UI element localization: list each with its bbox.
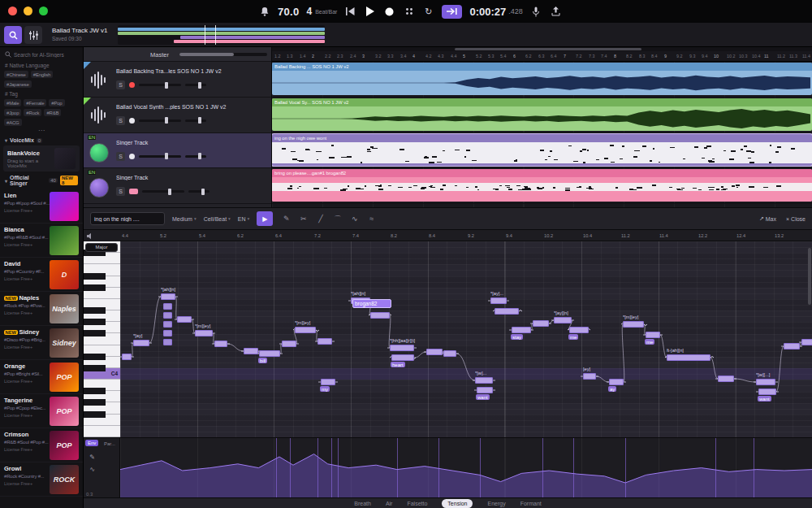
language-dropdown[interactable]: EN ▾ [238,216,250,222]
project-overview-minimap[interactable] [118,25,325,45]
master-volume-slider[interactable] [179,53,267,56]
clip-3[interactable]: ing on the nigh owe wont [272,134,812,167]
params-tab[interactable]: Par... [104,441,115,446]
env-tab[interactable]: Env [85,440,98,446]
metronome-bell-icon[interactable] [258,4,270,19]
piano-key-black[interactable] [84,365,106,371]
time-signature-value[interactable]: 4 [307,6,313,17]
midi-note[interactable] [667,354,710,361]
solo-button[interactable]: S [116,187,125,196]
midi-note[interactable] [161,293,175,300]
skip-back-button[interactable] [344,4,356,19]
voicemix-section-header[interactable]: ▾ VoiceMix 0 [0,134,83,145]
note-lyric-box[interactable]: stay [511,334,523,340]
track-slider[interactable] [139,84,181,86]
search-input[interactable] [14,52,80,58]
midi-note[interactable] [718,376,734,382]
midi-note[interactable] [122,354,132,360]
midi-note[interactable] [495,308,519,315]
midi-note[interactable] [391,354,414,361]
clip-4[interactable]: bring on please....gan#1 brogan82 [272,169,812,202]
singer-card[interactable]: Lien#Pop #Kpop #Soul #...License Free+ [0,189,83,224]
midi-note[interactable] [801,339,812,345]
follow-playhead-button[interactable] [442,5,462,19]
timeline-ruler[interactable]: 1.21.31.422.22.32.433.23.33.444.24.34.45… [272,51,812,62]
slider-thumb[interactable] [198,117,201,124]
midi-note[interactable] [390,345,414,351]
tension-curve-canvas[interactable] [120,438,812,498]
midi-note[interactable] [443,350,456,357]
track-slider[interactable] [185,155,206,158]
midi-note[interactable] [295,327,316,333]
midi-note[interactable] [370,312,390,319]
midi-note[interactable] [609,379,624,385]
tag-filter-chip[interactable]: #Female [24,99,46,106]
singer-card[interactable]: NEWSidney#Disco #Pop #Brig...License Fre… [0,326,83,360]
track-header-2[interactable]: Ballad Vocal Synth ...ples SOS NO 1 JW v… [84,98,271,133]
track-slider[interactable] [188,190,209,193]
piano-key-black[interactable] [84,330,106,336]
track-slider[interactable] [185,84,206,86]
slider-thumb[interactable] [198,82,201,89]
track-slider[interactable] [139,119,181,122]
scale-selector[interactable]: Major [85,243,118,252]
note-lyric-box[interactable]: bill [258,358,267,363]
param-tab-falsetto[interactable]: Falsetto [407,499,427,508]
midi-note[interactable] [163,312,172,319]
midi-note[interactable] [321,379,335,385]
official-singer-section-header[interactable]: ▾ Official Singer 40 NEW 8 [0,172,83,189]
piano-key-black[interactable] [84,399,106,406]
blankvoice-card[interactable]: BlankVoice Drag to start a VoiceMix [3,145,80,172]
arc-tool[interactable]: ⌒ [331,213,343,225]
language-filter-chip[interactable]: #Chinese [4,71,28,78]
slider-thumb[interactable] [198,153,201,159]
midi-note[interactable] [758,389,776,395]
lyric-input[interactable] [90,212,165,225]
note-lyric-box[interactable]: ay [608,386,616,392]
tag-filter-chip[interactable]: #Male [4,99,21,106]
midi-note[interactable] [177,316,192,323]
singer-card[interactable]: Crimson#R&B #Soul #Pop #...License Free+… [0,428,83,462]
mixer-toggle-button[interactable] [24,26,42,44]
pencil-tool[interactable]: ✎ [280,213,292,225]
speaker-icon[interactable] [87,232,94,240]
singer-card[interactable]: Orange#Pop #Bright #Sil...License Free+P… [0,360,83,394]
midi-note[interactable] [490,297,507,304]
param-tab-formant[interactable]: Formant [520,499,542,508]
track-slider[interactable] [139,155,181,158]
piano-roll-ruler[interactable]: 4.45.25.46.26.47.27.48.28.49.29.410.210.… [120,230,812,241]
track-slider[interactable] [142,190,184,193]
project-title[interactable]: Ballad Track JW v1 [52,27,107,34]
draw-tool[interactable]: ✎ [87,452,97,462]
language-filter-chip[interactable]: #Japanese [4,80,32,88]
piano-roll-scrollbar[interactable] [808,248,811,305]
more-tags-button[interactable]: ⋯ [0,127,83,134]
singer-card[interactable]: Growl#Rock #Country #...License Free+ROC… [0,462,83,497]
close-editor-button[interactable]: × Close [786,216,806,222]
midi-note[interactable] [512,327,531,333]
singer-card[interactable]: Bianca#Pop #R&B #Soul #...License Free+ [0,224,83,258]
param-tab-energy[interactable]: Energy [487,499,505,508]
play-button[interactable] [364,4,376,19]
record-button[interactable] [383,4,395,19]
track-indicator[interactable] [129,118,135,124]
midi-note[interactable] [317,338,332,345]
track-header-4[interactable]: ENSinger TrackS [84,168,271,204]
track-header-3[interactable]: ENSinger TrackS [84,133,271,169]
slider-thumb[interactable] [165,117,168,124]
track-indicator[interactable] [129,189,138,194]
midi-note[interactable] [426,349,443,355]
note-lyric-box[interactable]: me [645,339,654,345]
timeline-scrollbar-thumb[interactable] [455,48,641,50]
slider-thumb[interactable] [165,82,168,89]
clip-2[interactable]: Ballad Vocal Sy... SOS NO 1 JW v2 [272,98,812,131]
piano-key-black[interactable] [84,273,106,280]
midi-note[interactable] [533,320,549,327]
piano-key-black[interactable] [84,388,106,394]
window-close-button[interactable] [8,7,17,15]
solo-button[interactable]: S [116,116,125,125]
midi-note[interactable] [133,340,149,346]
midi-note[interactable] [583,373,596,380]
midi-note[interactable] [784,343,800,350]
grid-dots-icon[interactable] [403,4,415,19]
